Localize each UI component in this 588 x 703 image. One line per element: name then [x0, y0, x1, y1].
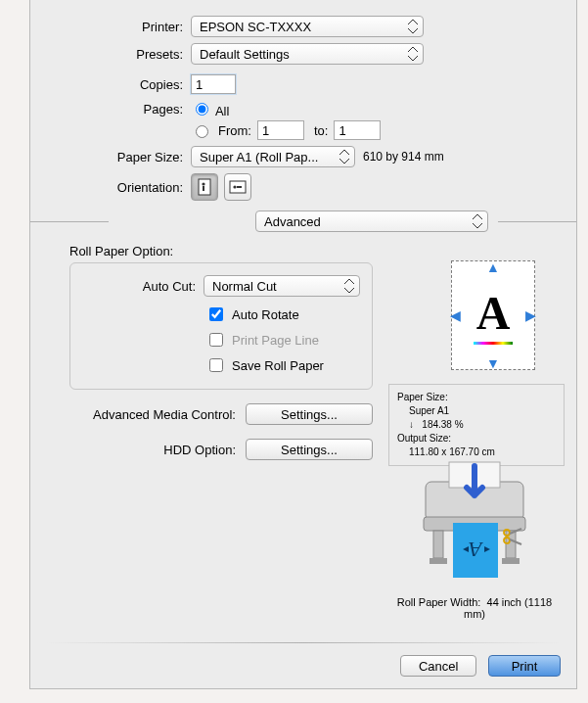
info-output-label: Output Size: [397, 432, 556, 445]
printer-select[interactable]: EPSON SC-TXXXX [191, 16, 424, 37]
svg-text:A: A [469, 538, 484, 562]
svg-rect-11 [502, 558, 520, 564]
presets-label: Presets: [44, 47, 191, 62]
svg-rect-10 [430, 558, 447, 564]
to-input[interactable] [334, 120, 381, 140]
pages-from-option[interactable]: From: to: [191, 120, 384, 140]
printer-illustration: A ◂ ▸ Roll Paper Width: 44 inch (1118 mm… [396, 452, 553, 609]
info-paper-size-label: Paper Size: [397, 391, 556, 404]
print-button[interactable]: Print [488, 655, 561, 677]
pages-row-all: Pages: All [44, 100, 563, 118]
svg-rect-5 [237, 186, 242, 188]
pane-select[interactable]: Advanced [255, 211, 488, 232]
from-label: From: [218, 123, 251, 138]
hdd-settings-button[interactable]: Settings... [246, 439, 373, 460]
printer-row: Printer: EPSON SC-TXXXX [44, 16, 563, 37]
auto-rotate-checkbox[interactable] [209, 307, 223, 321]
adv-media-label: Advanced Media Control: [69, 407, 246, 422]
footer-divider [46, 642, 561, 643]
auto-cut-select-wrap[interactable]: Normal Cut [204, 275, 360, 297]
paper-size-select-wrap[interactable]: Super A1 (Roll Pap... [191, 146, 355, 167]
save-roll-paper-row[interactable]: Save Roll Paper [205, 355, 360, 375]
orientation-landscape-button[interactable] [224, 173, 251, 201]
presets-row: Presets: Default Settings [44, 43, 563, 65]
all-label: All [215, 104, 229, 118]
info-paper-size: Super A1 [397, 404, 556, 418]
paper-size-row: Paper Size: Super A1 (Roll Pap... 610 by… [44, 146, 563, 167]
rainbow-bar-icon [474, 342, 513, 345]
portrait-icon [197, 178, 212, 196]
paper-size-label: Paper Size: [44, 150, 191, 164]
roll-paper-group: Auto Cut: Normal Cut Auto Rotate Print P… [69, 262, 373, 390]
copies-label: Copies: [44, 77, 191, 92]
auto-cut-row: Auto Cut: Normal Cut [82, 275, 360, 297]
adv-media-settings-button[interactable]: Settings... [246, 403, 373, 425]
radio-all[interactable] [196, 103, 208, 116]
svg-point-4 [233, 185, 236, 188]
roll-width-label: Roll Paper Width: [397, 596, 481, 608]
info-scale: 184.38 % [422, 419, 463, 430]
orientation-row: Orientation: [44, 173, 563, 201]
landscape-icon [229, 179, 247, 195]
roll-paper-option-label: Roll Paper Option: [69, 244, 563, 258]
auto-rotate-label: Auto Rotate [232, 307, 299, 322]
copies-row: Copies: [44, 74, 563, 94]
copies-input[interactable] [191, 74, 236, 94]
preview-page: ▲ ▼ ◀ ▶ A [451, 260, 535, 370]
svg-text:◂: ◂ [463, 541, 469, 555]
presets-select-wrap[interactable]: Default Settings [191, 43, 424, 65]
svg-point-1 [202, 182, 204, 185]
svg-rect-8 [433, 531, 443, 558]
cancel-button[interactable]: Cancel [400, 655, 476, 677]
arrow-down-icon: ▼ [486, 355, 500, 371]
printer-icon: A ◂ ▸ [406, 452, 543, 589]
save-roll-paper-checkbox[interactable] [209, 358, 223, 372]
pages-label: Pages: [44, 102, 191, 117]
arrow-left-icon: ◀ [450, 307, 461, 323]
pane-divider: Advanced [44, 211, 563, 232]
orientation-portrait-button[interactable] [191, 173, 218, 201]
auto-cut-select[interactable]: Normal Cut [204, 275, 360, 297]
paper-size-select[interactable]: Super A1 (Roll Pap... [191, 146, 355, 167]
print-page-line-checkbox[interactable] [209, 333, 223, 347]
pane-select-wrap[interactable]: Advanced [255, 211, 488, 232]
pages-row-from: From: to: [44, 120, 563, 140]
arrow-up-icon: ▲ [486, 259, 500, 275]
preview-glyph: A [474, 286, 513, 340]
scale-arrow-icon: ↓ [409, 419, 414, 430]
print-page-line-row[interactable]: Print Page Line [205, 330, 360, 350]
auto-cut-label: Auto Cut: [82, 279, 204, 294]
svg-rect-2 [203, 186, 204, 191]
page-preview: ▲ ▼ ◀ ▶ A [431, 260, 555, 370]
pages-all-option[interactable]: All [191, 100, 229, 118]
paper-size-dim: 610 by 914 mm [363, 150, 444, 164]
print-page-line-label: Print Page Line [232, 333, 319, 348]
from-input[interactable] [257, 120, 304, 140]
svg-text:▸: ▸ [484, 541, 490, 555]
to-label: to: [314, 123, 328, 138]
print-dialog: Printer: EPSON SC-TXXXX Presets: Default… [29, 0, 577, 689]
printer-select-wrap[interactable]: EPSON SC-TXXXX [191, 16, 424, 37]
save-roll-paper-label: Save Roll Paper [232, 358, 324, 373]
arrow-right-icon: ▶ [525, 307, 536, 323]
hdd-label: HDD Option: [69, 443, 246, 457]
radio-from[interactable] [196, 125, 208, 138]
roll-width-row: Roll Paper Width: 44 inch (1118 mm) [396, 596, 553, 620]
orientation-label: Orientation: [44, 180, 191, 195]
printer-label: Printer: [44, 20, 191, 34]
auto-rotate-row[interactable]: Auto Rotate [205, 305, 360, 324]
presets-select[interactable]: Default Settings [191, 43, 424, 65]
dialog-footer: Cancel Print [46, 633, 561, 677]
